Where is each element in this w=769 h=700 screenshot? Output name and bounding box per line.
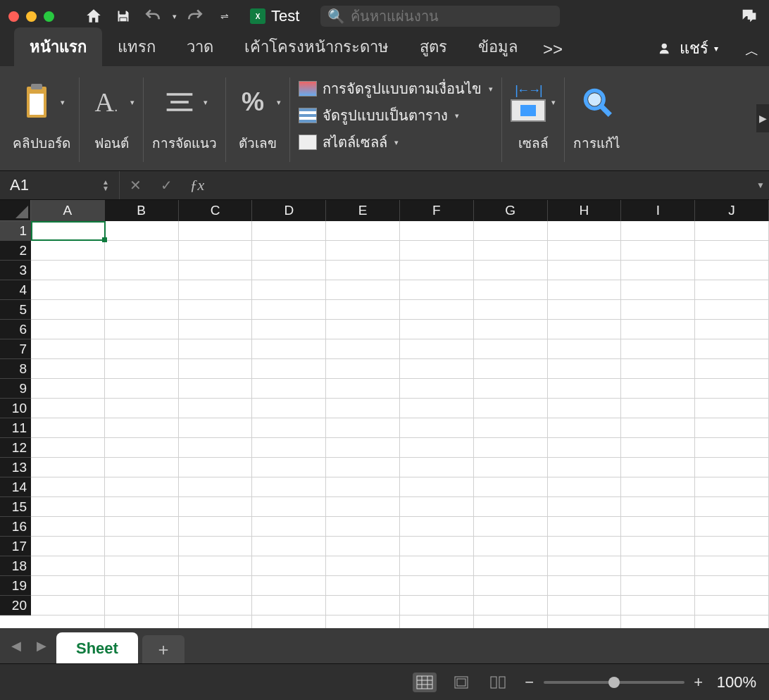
column-header[interactable]: E <box>326 200 400 221</box>
cell[interactable] <box>621 615 695 628</box>
column-header[interactable]: A <box>31 200 105 221</box>
name-box-spinner[interactable]: ▲▼ <box>102 179 109 192</box>
row-header[interactable]: 12 <box>0 438 31 458</box>
alignment-button[interactable] <box>161 84 198 120</box>
insert-function-button[interactable]: ƒx <box>182 171 213 199</box>
row-header[interactable]: 15 <box>0 497 31 517</box>
cell[interactable] <box>400 537 474 556</box>
cell[interactable] <box>548 241 622 261</box>
cell[interactable] <box>326 300 400 320</box>
cell[interactable] <box>695 261 769 280</box>
cell[interactable] <box>326 241 400 261</box>
cell[interactable] <box>105 458 179 477</box>
cell[interactable] <box>252 556 326 576</box>
cell[interactable] <box>695 517 769 537</box>
tab-insert[interactable]: แทรก <box>102 27 171 66</box>
cell[interactable] <box>695 320 769 339</box>
cell[interactable] <box>105 615 179 628</box>
row-header[interactable]: 6 <box>0 320 31 339</box>
cell[interactable] <box>179 280 253 300</box>
cell[interactable] <box>179 399 253 418</box>
cell[interactable] <box>695 280 769 300</box>
cell[interactable] <box>252 339 326 359</box>
cell[interactable] <box>695 379 769 399</box>
cells-button[interactable]: |←→| <box>511 83 546 122</box>
cell[interactable] <box>621 458 695 477</box>
cell[interactable] <box>695 438 769 458</box>
cell[interactable] <box>31 241 105 261</box>
cell[interactable] <box>105 221 179 241</box>
cell[interactable] <box>105 320 179 339</box>
cell[interactable] <box>31 556 105 576</box>
cell[interactable] <box>179 576 253 596</box>
cell[interactable] <box>548 320 622 339</box>
ribbon-overflow-button[interactable]: ▶ <box>756 104 769 132</box>
cell[interactable] <box>548 556 622 576</box>
cell[interactable] <box>474 438 548 458</box>
cell[interactable] <box>31 438 105 458</box>
cell[interactable] <box>695 596 769 615</box>
cell[interactable] <box>548 339 622 359</box>
cells-dropdown[interactable]: ▾ <box>551 98 556 107</box>
cell[interactable] <box>548 537 622 556</box>
tab-page-layout[interactable]: เค้าโครงหน้ากระดาษ <box>229 27 404 66</box>
alignment-dropdown[interactable]: ▾ <box>204 98 208 107</box>
column-header[interactable]: I <box>621 200 695 221</box>
cell[interactable] <box>621 596 695 615</box>
cell[interactable] <box>326 615 400 628</box>
search-input[interactable] <box>351 8 553 25</box>
select-all-corner[interactable] <box>0 200 31 221</box>
cell[interactable] <box>621 576 695 596</box>
cancel-formula-button[interactable]: ✕ <box>120 171 151 199</box>
cell[interactable] <box>621 477 695 497</box>
format-as-table-button[interactable]: จัดรูปแบบเป็นตาราง ▾ <box>299 104 493 127</box>
cell[interactable] <box>326 320 400 339</box>
cell[interactable] <box>621 418 695 438</box>
cell[interactable] <box>31 359 105 379</box>
cell[interactable] <box>548 280 622 300</box>
cell[interactable] <box>326 537 400 556</box>
row-header[interactable]: 2 <box>0 241 31 261</box>
find-button[interactable] <box>579 84 615 120</box>
cell[interactable] <box>548 221 622 241</box>
column-header[interactable]: D <box>252 200 326 221</box>
cell[interactable] <box>179 320 253 339</box>
cell[interactable] <box>179 477 253 497</box>
column-header[interactable]: G <box>474 200 548 221</box>
cell[interactable] <box>326 438 400 458</box>
comments-button[interactable] <box>738 5 761 27</box>
cell[interactable] <box>179 458 253 477</box>
number-dropdown[interactable]: ▾ <box>277 98 281 107</box>
accept-formula-button[interactable]: ✓ <box>151 171 182 199</box>
cell[interactable] <box>474 320 548 339</box>
sheet-tab[interactable]: Sheet <box>56 632 138 663</box>
column-header[interactable]: H <box>548 200 622 221</box>
row-header[interactable]: 5 <box>0 300 31 320</box>
cell[interactable] <box>105 537 179 556</box>
cell[interactable] <box>252 241 326 261</box>
cell[interactable] <box>252 596 326 615</box>
row-header[interactable]: 4 <box>0 280 31 300</box>
cell[interactable] <box>105 556 179 576</box>
cell[interactable] <box>31 497 105 517</box>
cell[interactable] <box>179 497 253 517</box>
cell[interactable] <box>31 615 105 628</box>
cell[interactable] <box>548 359 622 379</box>
cell[interactable] <box>621 280 695 300</box>
cell[interactable] <box>400 300 474 320</box>
qat-customize[interactable]: ⇌ <box>213 5 236 27</box>
row-header[interactable]: 8 <box>0 359 31 379</box>
cell[interactable] <box>252 497 326 517</box>
cell[interactable] <box>105 261 179 280</box>
cell[interactable] <box>179 241 253 261</box>
cell[interactable] <box>252 615 326 628</box>
cell[interactable] <box>105 497 179 517</box>
cell[interactable] <box>474 221 548 241</box>
cell[interactable] <box>400 418 474 438</box>
cell[interactable] <box>400 517 474 537</box>
cell[interactable] <box>179 379 253 399</box>
cell[interactable] <box>252 359 326 379</box>
cell[interactable] <box>695 339 769 359</box>
cell[interactable] <box>326 399 400 418</box>
row-header[interactable]: 20 <box>0 596 31 615</box>
